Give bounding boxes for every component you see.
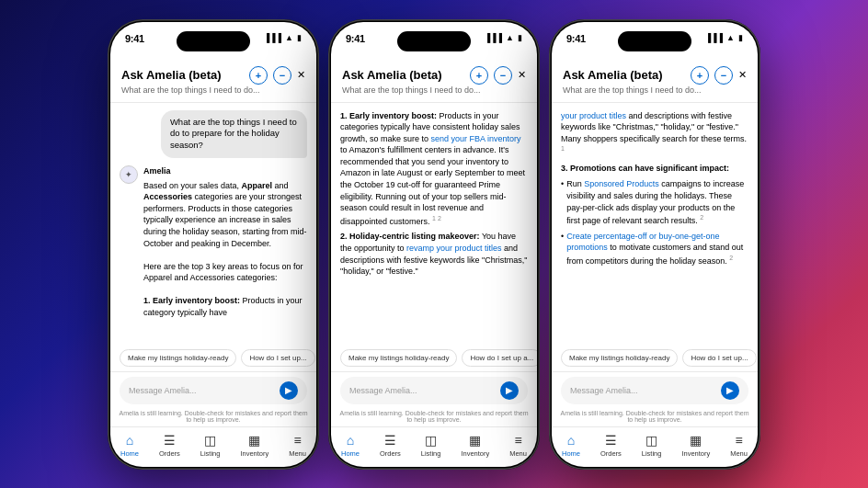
listing-icon-1: ◫ (204, 433, 216, 448)
nav-home-2[interactable]: ⌂ Home (341, 433, 360, 458)
bullet-3-2: • Create percentage-off or buy-one-get-o… (561, 231, 748, 267)
nav-listing-label-2: Listing (421, 449, 441, 458)
bullet-dot-1: • (561, 178, 564, 226)
add-icon-1[interactable]: + (249, 66, 268, 85)
chip-2b[interactable]: How do I set up a... (462, 349, 537, 367)
amelia-text-1: Amelia Based on your sales data, Apparel… (143, 165, 307, 319)
close-btn-2[interactable]: ✕ (518, 69, 526, 81)
header-icons-3: + − ✕ (691, 66, 747, 85)
quick-actions-1: Make my listings holiday-ready How do I … (110, 349, 316, 371)
quick-actions-3: Make my listings holiday-ready How do I … (552, 349, 758, 371)
app-title-2: Ask Amelia (beta) (342, 68, 442, 82)
product-titles-link[interactable]: revamp your product titles (406, 244, 502, 253)
nav-inventory-label-2: Inventory (461, 449, 489, 458)
nav-listing-3[interactable]: ◫ Listing (642, 433, 662, 458)
phone-1-screen: 9:41 ▐▐▐ ▲ ▮ Ask Amelia (beta) + − ✕ Wha… (110, 22, 316, 467)
battery-icon-2: ▮ (518, 33, 522, 42)
close-btn-1[interactable]: ✕ (297, 69, 305, 81)
app-header-2: Ask Amelia (beta) + − ✕ What are the top… (331, 62, 537, 103)
quick-actions-2: Make my listings holiday-ready How do I … (331, 349, 537, 371)
nav-menu-2[interactable]: ≡ Menu (509, 433, 527, 458)
sponsored-link[interactable]: Sponsored Products (584, 179, 659, 188)
nav-menu-3[interactable]: ≡ Menu (730, 433, 748, 458)
close-btn-3[interactable]: ✕ (738, 69, 747, 81)
disclaimer-2: Amelia is still learning. Double-check f… (331, 408, 537, 426)
nav-orders-3[interactable]: ☰ Orders (600, 433, 622, 458)
minus-icon-2[interactable]: − (494, 66, 512, 85)
message-input-area-2: Message Amelia... ▶ (331, 371, 537, 408)
app-title-3: Ask Amelia (beta) (563, 68, 663, 82)
add-icon-3[interactable]: + (691, 66, 709, 85)
phone-3-screen: 9:41 ▐▐▐ ▲ ▮ Ask Amelia (beta) + − ✕ Wha… (552, 22, 758, 467)
header-icons-1: + − ✕ (249, 66, 305, 85)
nav-home-3[interactable]: ⌂ Home (562, 433, 580, 458)
app-subtitle-3: What are the top things I need to do... (563, 85, 747, 95)
status-icons-3: ▐▐▐ ▲ ▮ (705, 33, 743, 42)
nav-home-label-2: Home (341, 449, 360, 458)
signal-icon-2: ▐▐▐ (485, 33, 502, 42)
chip-1a[interactable]: Make my listings holiday-ready (120, 349, 236, 367)
message-placeholder-1[interactable]: Message Amelia... (129, 386, 274, 395)
nav-orders-2[interactable]: ☰ Orders (380, 433, 401, 458)
nav-home-1[interactable]: ⌂ Home (120, 433, 139, 458)
signal-icon-1: ▐▐▐ (264, 33, 281, 42)
chip-3a[interactable]: Make my listings holiday-ready (561, 349, 678, 367)
response-text-1a: Based on your sales data, Apparel and Ac… (143, 181, 307, 248)
message-input-row-1: Message Amelia... ▶ (120, 377, 307, 404)
nav-home-label-1: Home (120, 449, 139, 458)
send-btn-3[interactable]: ▶ (721, 381, 739, 400)
app-header-1: Ask Amelia (beta) + − ✕ What are the top… (110, 62, 316, 103)
phones-container: 9:41 ▐▐▐ ▲ ▮ Ask Amelia (beta) + − ✕ Wha… (0, 0, 868, 488)
phone-2: 9:41 ▐▐▐ ▲ ▮ Ask Amelia (beta) + − ✕ Wha… (328, 19, 540, 470)
promotions-link[interactable]: Create percentage-off or buy-one-get-one… (566, 232, 719, 253)
bullet-text-2: Create percentage-off or buy-one-get-one… (566, 231, 748, 267)
user-bubble-1: What are the top things I need to do to … (161, 110, 307, 158)
dynamic-island-3 (618, 31, 691, 51)
bullet-text-1: Run Sponsored Products campaigns to incr… (566, 178, 748, 226)
message-placeholder-3[interactable]: Message Amelia... (570, 386, 715, 395)
send-btn-1[interactable]: ▶ (280, 381, 298, 400)
fba-link[interactable]: send your FBA inventory (431, 134, 521, 143)
list-item-2-2: 2. Holiday-centric listing makeover: You… (340, 231, 528, 277)
dynamic-island-1 (177, 31, 250, 51)
amelia-content-3: your product titles and descriptions wit… (561, 110, 748, 342)
listing-icon-2: ◫ (425, 433, 437, 448)
battery-icon-1: ▮ (297, 33, 302, 42)
message-input-area-1: Message Amelia... ▶ (110, 371, 316, 408)
nav-inventory-3[interactable]: ▦ Inventory (681, 433, 710, 458)
nav-listing-1[interactable]: ◫ Listing (200, 433, 221, 458)
orders-icon-2: ☰ (384, 433, 396, 448)
nav-inventory-label-3: Inventory (681, 449, 710, 458)
disclaimer-3: Amelia is still learning. Double-check f… (552, 408, 758, 426)
nav-inventory-2[interactable]: ▦ Inventory (461, 433, 489, 458)
phone-1: 9:41 ▐▐▐ ▲ ▮ Ask Amelia (beta) + − ✕ Wha… (108, 19, 319, 470)
nav-menu-1[interactable]: ≡ Menu (289, 433, 306, 458)
menu-icon-1: ≡ (294, 433, 302, 448)
nav-listing-2[interactable]: ◫ Listing (421, 433, 441, 458)
nav-orders-1[interactable]: ☰ Orders (159, 433, 180, 458)
disclaimer-1: Amelia is still learning. Double-check f… (110, 408, 316, 426)
listing-icon-3: ◫ (645, 433, 657, 448)
wifi-icon-2: ▲ (506, 33, 514, 42)
text-continuation: your product titles and descriptions wit… (561, 110, 748, 158)
message-placeholder-2[interactable]: Message Amelia... (349, 386, 495, 395)
wifi-icon-3: ▲ (726, 33, 735, 42)
chat-area-3: your product titles and descriptions wit… (552, 103, 758, 349)
chip-2a[interactable]: Make my listings holiday-ready (340, 349, 457, 367)
bottom-nav-2: ⌂ Home ☰ Orders ◫ Listing ▦ Inventory ≡ (331, 426, 537, 467)
chat-area-2: 1. Early inventory boost: Products in yo… (331, 103, 537, 349)
minus-icon-1[interactable]: − (273, 66, 291, 85)
home-icon-1: ⌂ (126, 433, 133, 448)
nav-inventory-1[interactable]: ▦ Inventory (240, 433, 268, 458)
send-btn-2[interactable]: ▶ (500, 381, 519, 400)
chip-1b[interactable]: How do I set up... (241, 349, 314, 367)
nav-listing-label-3: Listing (642, 449, 662, 458)
inventory-icon-2: ▦ (469, 433, 481, 448)
chip-3b[interactable]: How do I set up... (682, 349, 756, 367)
add-icon-2[interactable]: + (470, 66, 488, 85)
amelia-content-2: 1. Early inventory boost: Products in yo… (340, 110, 528, 342)
message-input-row-3: Message Amelia... ▶ (561, 377, 748, 404)
product-titles-link-3[interactable]: your product titles (561, 111, 626, 120)
message-input-row-2: Message Amelia... ▶ (340, 377, 528, 404)
minus-icon-3[interactable]: − (714, 66, 733, 85)
